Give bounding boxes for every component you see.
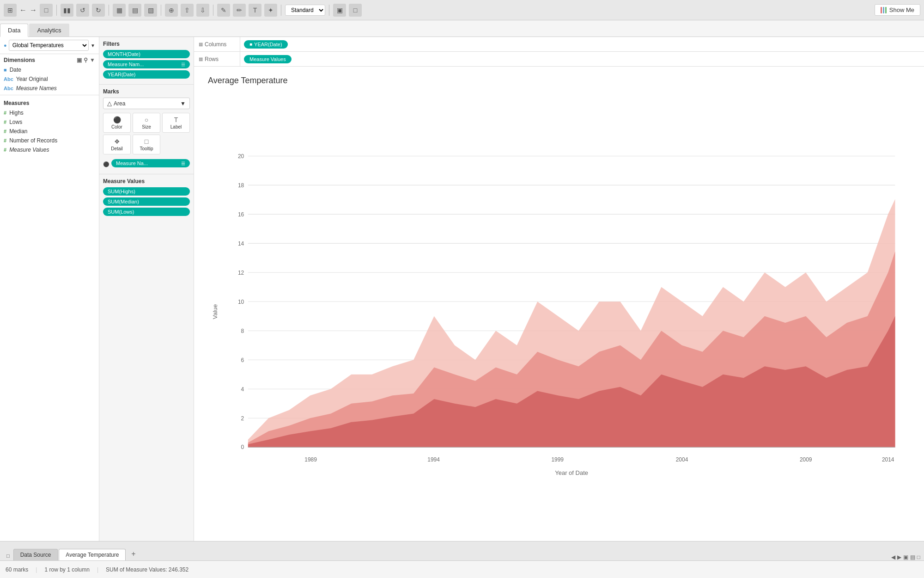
dimensions-more-icon[interactable]: ▼ (90, 57, 95, 63)
marks-buttons: ⚫ Color ○ Size T Label ❖ Detail □ Tool (103, 113, 190, 154)
field-highs[interactable]: # Highs (0, 108, 99, 117)
tooltip-icon: □ (145, 138, 148, 145)
sep6 (329, 5, 329, 16)
measure-values-title: Measure Values (103, 178, 190, 184)
label-icon: T (174, 116, 178, 123)
text-icon[interactable]: T (249, 4, 261, 17)
filter-month-date[interactable]: MONTH(Date) (103, 50, 190, 58)
list-view-icon[interactable]: ▤ (910, 554, 915, 560)
device-icon[interactable]: □ (349, 4, 362, 17)
sheet-tabs: □ Data Source Average Temperature + ◀ ▶ … (0, 541, 924, 560)
grid-view-icon[interactable]: ▣ (903, 554, 908, 560)
sheet-tab-average-temperature[interactable]: Average Temperature (59, 549, 126, 560)
field-number-of-records[interactable]: # Number of Records (0, 136, 99, 145)
standard-dropdown[interactable]: Standard (285, 5, 325, 16)
marks-type-dropdown[interactable]: △ Area ▼ (103, 98, 190, 109)
sheet-icon: □ (6, 553, 10, 559)
y-axis-label: Value (212, 304, 219, 319)
chart-svg: Value 20 18 16 14 12 (208, 93, 910, 530)
connect-icon[interactable]: ⊕ (165, 4, 178, 17)
filter-measure-names-label: Measure Nam... (108, 61, 144, 67)
nav-next-icon[interactable]: ▶ (897, 554, 901, 560)
sum-median-pill[interactable]: SUM(Median) (103, 197, 190, 206)
grid-size: 1 row by 1 column (44, 566, 89, 573)
svg-text:10: 10 (238, 299, 244, 305)
filters-title: Filters (103, 41, 190, 47)
field-records-label: Number of Records (9, 137, 57, 144)
annotate-icon[interactable]: ✏ (233, 4, 246, 17)
sum-highs-label: SUM(Highs) (108, 189, 135, 194)
marks-size-btn[interactable]: ○ Size (133, 113, 160, 133)
marks-label-btn[interactable]: T Label (162, 113, 190, 133)
nav-prev-icon[interactable]: ◀ (891, 554, 895, 560)
filter-measure-names[interactable]: Measure Nam... ☰ (103, 60, 190, 68)
filter-year-date[interactable]: YEAR(Date) (103, 70, 190, 79)
measure-lows-icon: # (4, 119, 6, 125)
back-button[interactable]: ← (19, 6, 27, 14)
marks-detail-btn[interactable]: ❖ Detail (103, 135, 131, 154)
dimensions-grid-icon[interactable]: ▣ (77, 57, 82, 63)
field-measure-names[interactable]: Abc Measure Names (0, 84, 99, 93)
analysis-icon[interactable]: ▧ (144, 4, 157, 17)
sheet-tab-data-source[interactable]: Data Source (13, 549, 58, 560)
add-sheet-button[interactable]: + (127, 547, 140, 560)
table-icon[interactable]: ▤ (128, 4, 141, 17)
svg-text:12: 12 (238, 270, 244, 276)
data-source-selector[interactable]: ● Global Temperatures ▼ (0, 37, 99, 54)
data-source-dropdown[interactable]: Global Temperatures (9, 40, 89, 51)
show-me-button[interactable]: Show Me (875, 4, 920, 16)
tab-data[interactable]: Data (0, 24, 28, 37)
measure-values-section: Measure Values SUM(Highs) SUM(Median) SU… (99, 174, 194, 221)
sep2 (109, 5, 109, 16)
marks-tooltip-btn[interactable]: □ Tooltip (133, 135, 160, 154)
save-icon[interactable]: □ (40, 4, 53, 17)
sum-median-label: SUM(Median) (108, 199, 139, 204)
dimensions-search-icon[interactable]: ⚲ (84, 57, 88, 63)
undo-icon[interactable]: ↺ (76, 4, 89, 17)
status-bar: 60 marks | 1 row by 1 column | SUM of Me… (0, 560, 924, 578)
marks-area-icon: △ (107, 100, 112, 107)
tooltip-label: Tooltip (140, 146, 153, 151)
sum-display: SUM of Measure Values: 246.352 (106, 566, 188, 573)
marks-color-btn[interactable]: ⚫ Color (103, 113, 131, 133)
field-year-original[interactable]: Abc Year Original (0, 74, 99, 84)
svg-text:20: 20 (238, 153, 244, 160)
filter-measure-icon: ☰ (181, 62, 185, 67)
svg-text:6: 6 (241, 357, 244, 363)
sort-desc-icon[interactable]: ⇩ (196, 4, 209, 17)
x-label-1989: 1989 (304, 456, 317, 463)
rows-measure-pill[interactable]: Measure Values (244, 55, 292, 63)
chart-svg-wrapper: Value 20 18 16 14 12 (208, 93, 910, 530)
pin-icon[interactable]: ✦ (264, 4, 277, 17)
measure-values-icon: # (4, 147, 6, 153)
sum-highs-pill[interactable]: SUM(Highs) (103, 187, 190, 196)
status-separator-2: | (97, 566, 98, 573)
columns-year-pill[interactable]: ■ YEAR(Date) (244, 40, 288, 49)
field-lows[interactable]: # Lows (0, 117, 99, 127)
present-icon[interactable]: ▣ (333, 4, 346, 17)
field-measure-values-label: Measure Values (9, 147, 49, 153)
data-source-arrow[interactable]: ▼ (91, 43, 95, 48)
x-axis-label: Year of Date (555, 469, 588, 476)
field-median[interactable]: # Median (0, 127, 99, 136)
sum-lows-pill[interactable]: SUM(Lows) (103, 208, 190, 216)
filter-year-label: YEAR(Date) (108, 72, 136, 77)
fullscreen-icon[interactable]: □ (917, 554, 920, 560)
measures-label: Measures (4, 100, 29, 106)
forward-button[interactable]: → (30, 6, 37, 14)
field-date[interactable]: ■ Date (0, 65, 99, 74)
redo-icon[interactable]: ↻ (92, 4, 105, 17)
field-date-label: Date (10, 67, 21, 73)
field-measure-values[interactable]: # Measure Values (0, 145, 99, 154)
home-icon[interactable]: ⊞ (4, 4, 17, 17)
svg-text:16: 16 (238, 211, 244, 218)
highlight-icon[interactable]: ✎ (217, 4, 230, 17)
chart-icon[interactable]: ▦ (113, 4, 126, 17)
status-separator-1: | (36, 566, 37, 573)
color-measure-names-pill[interactable]: Measure Na... ☰ (111, 159, 190, 167)
sort-asc-icon[interactable]: ⇧ (181, 4, 194, 17)
size-label: Size (142, 124, 151, 129)
marks-section: Marks △ Area ▼ ⚫ Color ○ Size T Label (99, 85, 194, 174)
tab-analytics[interactable]: Analytics (29, 24, 69, 37)
pause-icon[interactable]: ▮▮ (61, 4, 73, 17)
